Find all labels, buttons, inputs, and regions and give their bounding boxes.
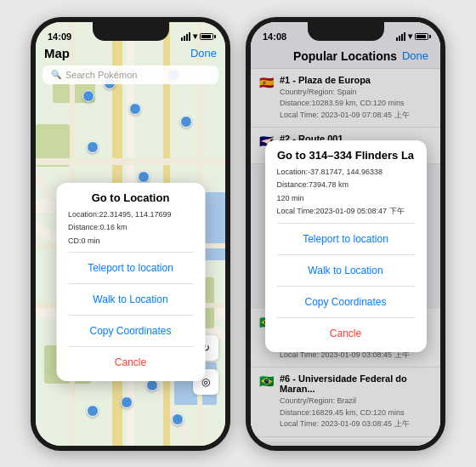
map-title-bar: Map Done: [36, 44, 225, 62]
phone1-time: 14:09: [48, 31, 71, 42]
phone1-screen: 14:09 ▾ Map Done 🔍 Search Pokémon ↻: [36, 22, 225, 446]
popup-divider-b: [277, 254, 415, 255]
search-placeholder: Search Pokémon: [65, 70, 137, 80]
popup-localtime-2: Local Time:2023-01-09 05:08:47 下午: [277, 206, 415, 218]
marker15[interactable]: [172, 413, 184, 425]
marker3[interactable]: [180, 116, 192, 128]
popup-title-1: Go to Location: [68, 191, 193, 204]
walk-button-1[interactable]: Walk to Location: [68, 289, 193, 310]
marker14[interactable]: [87, 405, 99, 417]
search-icon: 🔍: [51, 70, 61, 79]
signal-icon: [181, 32, 190, 41]
teleport-button-1[interactable]: Teleport to location: [68, 258, 193, 278]
popup-content-2: Go to 314–334 Flinders La Location:-37.8…: [265, 140, 427, 352]
cancel-button-2[interactable]: Cancle: [277, 323, 415, 344]
map-header: Map Done 🔍 Search Pokémon: [36, 44, 225, 88]
copy-button-1[interactable]: Copy Coordinates: [68, 321, 193, 341]
phone1-status-icons: ▾: [181, 31, 213, 41]
popup-location-2: Location:-37.81747, 144.96338: [277, 167, 415, 179]
marker2[interactable]: [129, 103, 141, 115]
map-popup-2: Go to 314–334 Flinders La Location:-37.8…: [265, 140, 427, 352]
phone2-screen: 14:08 ▾ Popular Locations Done 🇪🇸 #1 - P…: [251, 22, 440, 446]
map-popup-1: Go to Location Location:22.31495, 114.17…: [56, 183, 205, 382]
popup-divider-c: [277, 286, 415, 287]
popup-content-1: Go to Location Location:22.31495, 114.17…: [56, 183, 205, 382]
phone-notch: [93, 22, 169, 41]
marker1[interactable]: [82, 90, 94, 102]
teleport-button-2[interactable]: Teleport to location: [277, 229, 415, 249]
popup-distance-1: Distance:0.16 km: [68, 222, 193, 234]
marker20[interactable]: [121, 396, 133, 408]
popup-divider-d: [277, 317, 415, 318]
popup-divider2: [68, 283, 193, 284]
wifi-icon: ▾: [193, 31, 197, 41]
phone-2: 14:08 ▾ Popular Locations Done 🇪🇸 #1 - P…: [246, 17, 445, 451]
popup-divider3: [68, 315, 193, 316]
popup-location-1: Location:22.31495, 114.17699: [68, 209, 193, 221]
popup-divider-a: [277, 223, 415, 224]
popup-title-2: Go to 314–334 Flinders La: [277, 149, 415, 162]
popup-divider4: [68, 346, 193, 347]
phone-1: 14:09 ▾ Map Done 🔍 Search Pokémon ↻: [31, 17, 230, 451]
popup-cd-2: 120 min: [277, 193, 415, 205]
cancel-button-1[interactable]: Cancle: [68, 352, 193, 373]
map-done-button[interactable]: Done: [190, 47, 217, 60]
popup-cd-1: CD:0 min: [68, 236, 193, 248]
popup-distance-2: Distance:7394.78 km: [277, 179, 415, 191]
map-search-bar[interactable]: 🔍 Search Pokémon: [42, 65, 218, 84]
walk-button-2[interactable]: Walk to Location: [277, 260, 415, 281]
phone2-notch: [308, 22, 384, 41]
map-title: Map: [44, 46, 70, 60]
copy-button-2[interactable]: Copy Coordinates: [277, 292, 415, 312]
marker5[interactable]: [138, 171, 150, 183]
marker4[interactable]: [87, 141, 99, 153]
battery-icon: [200, 33, 213, 40]
popup-divider1: [68, 252, 193, 253]
